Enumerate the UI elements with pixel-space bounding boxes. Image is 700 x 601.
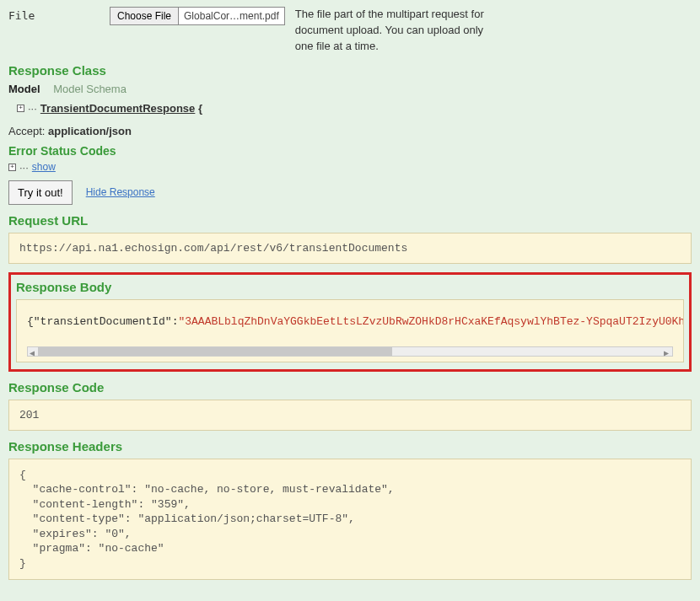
response-code-block: 201 <box>8 400 692 431</box>
response-code-heading: Response Code <box>8 380 692 394</box>
request-url-heading: Request URL <box>8 213 692 228</box>
try-it-out-button[interactable]: Try it out! <box>8 180 73 205</box>
error-codes-row: + ··· show <box>8 161 692 174</box>
expand-icon[interactable]: + <box>8 164 16 171</box>
response-body-heading: Response Body <box>16 280 684 294</box>
scroll-left-icon[interactable]: ◀ <box>30 348 36 355</box>
file-input[interactable]: Choose File GlobalCor…ment.pdf <box>110 7 285 25</box>
tab-model-schema[interactable]: Model Schema <box>53 83 137 95</box>
horizontal-scrollbar[interactable]: ◀ ▶ <box>27 346 673 357</box>
show-link[interactable]: show <box>32 161 56 173</box>
file-param-description: The file part of the multipart request f… <box>295 7 498 55</box>
response-class-heading: Response Class <box>8 63 692 78</box>
file-param-label: File <box>8 7 110 22</box>
file-param-row: File Choose File GlobalCor…ment.pdf The … <box>8 7 692 55</box>
response-headers-heading: Response Headers <box>8 439 692 453</box>
model-tree-row: + ··· TransientDocumentResponse { <box>8 102 692 115</box>
choose-file-button[interactable]: Choose File <box>110 8 179 24</box>
json-key: {"transientDocumentId": <box>27 315 178 328</box>
accept-line: Accept: application/json <box>8 125 692 137</box>
response-body-block: {"transientDocumentId":"3AAABLblqZhDnVaY… <box>16 299 684 362</box>
response-headers-block: { "cache-control": "no-cache, no-store, … <box>8 459 692 581</box>
accept-label: Accept: <box>8 125 48 137</box>
accept-value: application/json <box>48 125 132 137</box>
response-body-highlight: Response Body {"transientDocumentId":"3A… <box>8 272 692 372</box>
json-value: "3AAABLblqZhDnVaYGGkbEetLtsLZvzUbRwZOHkD… <box>178 315 684 328</box>
error-codes-heading: Error Status Codes <box>8 144 692 158</box>
file-name-display: GlobalCor…ment.pdf <box>179 8 284 24</box>
model-tabs: Model Model Schema <box>8 83 692 95</box>
hide-response-link[interactable]: Hide Response <box>86 186 155 198</box>
expand-icon[interactable]: + <box>17 105 24 112</box>
ellipsis-icon: ··· <box>19 161 29 174</box>
tab-model[interactable]: Model <box>8 83 51 95</box>
scroll-thumb[interactable] <box>38 347 392 356</box>
brace-open: { <box>195 102 202 115</box>
ellipsis-icon: ··· <box>28 102 37 115</box>
model-name[interactable]: TransientDocumentResponse <box>40 102 196 115</box>
scroll-right-icon[interactable]: ▶ <box>664 348 670 355</box>
request-url-block: https://api.na1.echosign.com/api/rest/v6… <box>8 233 692 264</box>
